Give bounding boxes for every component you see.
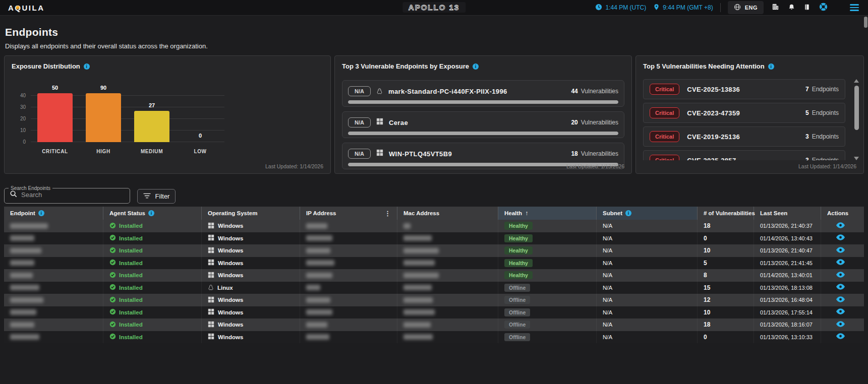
os-cell: Windows bbox=[202, 257, 300, 270]
view-details-button[interactable] bbox=[827, 222, 845, 230]
os-cell: Windows bbox=[202, 269, 300, 282]
vulnerability-item[interactable]: Critical CVE-2025-13836 7 Endpoints bbox=[643, 79, 845, 99]
mac-address-cell bbox=[397, 232, 498, 245]
col-endpoint[interactable]: Endpointi bbox=[4, 207, 103, 220]
redacted-ip-address bbox=[306, 297, 330, 303]
vulnerabilities-list: Critical CVE-2025-13836 7 Endpoints Crit… bbox=[643, 79, 845, 160]
redacted-mac-address bbox=[403, 285, 432, 290]
windows-icon bbox=[208, 321, 214, 329]
view-details-button[interactable] bbox=[827, 259, 845, 267]
info-icon[interactable]: i bbox=[84, 63, 90, 70]
col-operating-system[interactable]: Operating System bbox=[202, 207, 300, 220]
brand-logo[interactable]: AQUILA bbox=[8, 4, 45, 12]
mac-address-cell bbox=[397, 318, 498, 331]
table-row[interactable]: Installed Windows Offline N/A 10 01/13/2… bbox=[4, 306, 864, 319]
redacted-mac-address bbox=[403, 273, 439, 278]
col-mac-address[interactable]: Mac Address bbox=[397, 207, 498, 220]
ip-address-cell bbox=[300, 269, 397, 282]
life-ring-icon bbox=[819, 3, 828, 13]
redacted-mac-address bbox=[403, 260, 435, 266]
vulnerabilities-cell: 10 bbox=[698, 306, 754, 319]
info-icon[interactable]: i bbox=[38, 210, 44, 216]
health-status-badge: Offline bbox=[504, 308, 530, 316]
scrollbar-thumb[interactable] bbox=[854, 86, 859, 130]
filter-icon bbox=[143, 193, 151, 200]
col-last-seen[interactable]: Last Seen bbox=[754, 207, 821, 220]
view-details-button[interactable] bbox=[827, 333, 845, 341]
vulnerabilities-cell: 0 bbox=[698, 232, 754, 245]
os-icon-wrap bbox=[376, 118, 383, 127]
health-cell: Offline bbox=[498, 282, 597, 294]
help-button[interactable] bbox=[818, 2, 829, 14]
cve-id: CVE-2023-47359 bbox=[687, 109, 740, 117]
endpoint-cell bbox=[4, 232, 103, 245]
table-row[interactable]: Installed Windows Healthy N/A 18 01/13/2… bbox=[4, 220, 864, 232]
table-row[interactable]: Installed Windows Healthy N/A 0 01/14/20… bbox=[4, 232, 864, 245]
info-icon[interactable]: i bbox=[148, 210, 154, 216]
actions-cell bbox=[821, 244, 864, 257]
search-input[interactable] bbox=[21, 191, 114, 199]
vulnerability-count: 18 Vulnerabilities bbox=[571, 150, 618, 157]
col-subnet[interactable]: Subneti bbox=[597, 207, 698, 220]
card-title: Top 5 Vulnerabilities Needing Attention … bbox=[643, 62, 774, 70]
windows-icon bbox=[208, 308, 214, 316]
view-details-button[interactable] bbox=[827, 234, 845, 242]
table-row[interactable]: Installed Windows Healthy N/A 10 01/13/2… bbox=[4, 244, 864, 257]
health-status-badge: Healthy bbox=[504, 246, 533, 254]
vulnerability-item[interactable]: Critical CVE-2019-25136 3 Endpoints bbox=[643, 126, 845, 147]
actions-cell bbox=[821, 282, 864, 294]
view-details-button[interactable] bbox=[827, 296, 845, 304]
globe-icon bbox=[734, 4, 741, 12]
scroll-down-arrow[interactable] bbox=[854, 157, 859, 160]
vulnerability-item[interactable]: Critical CVE-2025-2857 3 Endpoints bbox=[643, 150, 845, 160]
menu-button[interactable] bbox=[849, 3, 860, 12]
col-agent-status[interactable]: Agent Statusi bbox=[103, 207, 202, 220]
table-row[interactable]: Installed Windows Healthy N/A 8 01/14/20… bbox=[4, 269, 864, 282]
scroll-up-arrow[interactable] bbox=[854, 79, 859, 83]
col-health[interactable]: Health↑ bbox=[498, 207, 597, 220]
vulnerability-item[interactable]: Critical CVE-2023-47359 5 Endpoints bbox=[643, 103, 845, 123]
top-endpoint-item[interactable]: N/A mark-Standard-PC-i440FX-PIIX-1996 44… bbox=[342, 80, 624, 107]
column-menu-icon[interactable]: ⋮ bbox=[384, 210, 391, 217]
os-cell: Windows bbox=[202, 232, 300, 245]
language-button[interactable]: ENG bbox=[728, 1, 764, 14]
os-icon-wrap bbox=[376, 88, 383, 95]
docs-button[interactable] bbox=[803, 3, 811, 13]
col-vulnerabilities[interactable]: # of Vulnerabilities bbox=[698, 207, 754, 220]
table-row[interactable]: Installed Windows Offline N/A 12 01/13/2… bbox=[4, 294, 864, 306]
endpoint-cell bbox=[4, 331, 103, 344]
clock-icon bbox=[595, 4, 602, 12]
notifications-button[interactable] bbox=[787, 3, 796, 13]
info-icon[interactable]: i bbox=[473, 63, 479, 70]
health-status-badge: Healthy bbox=[504, 234, 533, 242]
linux-icon bbox=[208, 284, 214, 291]
info-icon[interactable]: i bbox=[768, 63, 774, 70]
sort-asc-icon[interactable]: ↑ bbox=[525, 210, 528, 217]
table-row[interactable]: Installed Windows Offline N/A 0 01/13/20… bbox=[4, 331, 864, 344]
table-row[interactable]: Installed Windows Offline N/A 18 01/13/2… bbox=[4, 318, 864, 331]
col-ip-address[interactable]: IP Address⋮ bbox=[300, 207, 397, 220]
endpoint-count: 7 Endpoints bbox=[805, 86, 839, 93]
view-details-button[interactable] bbox=[827, 247, 845, 254]
page-scrollbar-thumb[interactable] bbox=[864, 17, 867, 28]
windows-icon bbox=[208, 222, 214, 230]
bell-icon bbox=[788, 4, 795, 12]
info-icon[interactable]: i bbox=[625, 210, 631, 216]
table-row[interactable]: Installed Windows Healthy N/A 5 01/13/20… bbox=[4, 257, 864, 270]
exposure-progress-bar bbox=[348, 100, 618, 104]
last-seen-cell: 01/13/2026, 13:10:33 bbox=[754, 331, 821, 344]
organization-button[interactable] bbox=[771, 2, 780, 13]
filter-button[interactable]: Filter bbox=[137, 189, 176, 204]
view-details-button[interactable] bbox=[827, 321, 845, 329]
view-details-button[interactable] bbox=[827, 284, 845, 291]
view-details-button[interactable] bbox=[827, 272, 845, 279]
health-cell: Offline bbox=[498, 306, 597, 319]
vulnerability-count: 20 Vulnerabilities bbox=[571, 119, 618, 126]
table-row[interactable]: Installed Linux Offline N/A 15 01/13/202… bbox=[4, 282, 864, 294]
top-vulnerabilities-card: Top 5 Vulnerabilities Needing Attention … bbox=[635, 55, 864, 174]
top-endpoint-item[interactable]: N/A Cerae 20 Vulnerabilities bbox=[342, 111, 624, 138]
topbar: AQUILA APOLLO 13 1:44 PM (UTC) 9:44 PM (… bbox=[0, 0, 868, 16]
eye-icon bbox=[836, 272, 845, 279]
agent-status-cell: Installed bbox=[103, 318, 202, 331]
view-details-button[interactable] bbox=[827, 308, 845, 316]
